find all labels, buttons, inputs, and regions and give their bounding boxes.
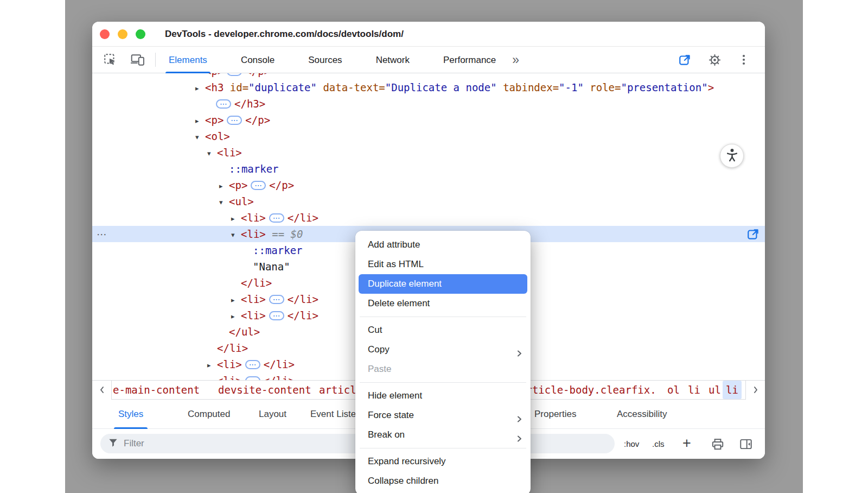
tab-properties[interactable]: Properties	[534, 400, 576, 429]
inline-expand-icon[interactable]: ⋯	[227, 116, 242, 125]
tree-row[interactable]: ⋯</h3>	[92, 96, 765, 112]
tab-console[interactable]: Console	[241, 47, 275, 73]
device-toolbar-icon[interactable]	[130, 53, 144, 67]
menu-item-collapse-children[interactable]: Collapse children	[359, 471, 527, 491]
sidebar-toggle-icon[interactable]	[739, 437, 753, 451]
printer-icon[interactable]	[711, 437, 725, 451]
toolbar-left-icons	[92, 53, 144, 67]
breadcrumb-scroll-right[interactable]	[745, 381, 765, 400]
breadcrumb-item[interactable]: ul	[709, 381, 721, 399]
collapse-arrow-icon[interactable]: ▾	[207, 146, 217, 162]
inline-expand-icon[interactable]: ⋯	[216, 99, 231, 109]
code-token: "duplicate"	[248, 81, 317, 93]
tab-network[interactable]: Network	[376, 47, 410, 73]
square-arrow-icon[interactable]	[678, 53, 692, 67]
breadcrumb-item[interactable]: article-body.clearfix.	[520, 381, 656, 399]
code-token: >	[708, 81, 714, 93]
inspect-icon[interactable]	[103, 53, 117, 67]
expand-arrow-icon[interactable]: ▸	[219, 178, 229, 194]
code-token: </li>	[264, 375, 295, 380]
menu-item-delete-element[interactable]: Delete element	[359, 294, 527, 313]
inline-expand-icon[interactable]: ⋯	[245, 360, 260, 369]
breadcrumb-item-selected[interactable]: li	[723, 381, 742, 399]
context-menu: Add attributeEdit as HTMLDuplicate eleme…	[355, 231, 531, 493]
expand-arrow-icon[interactable]: ▸	[231, 211, 241, 227]
code-token: </p>	[245, 73, 270, 77]
tree-row[interactable]: ▸<p>⋯</p>	[92, 112, 765, 128]
more-tabs-icon[interactable]: »	[512, 47, 519, 72]
tree-row[interactable]: <p>⋯</p>	[92, 73, 765, 79]
menu-item-edit-as-html[interactable]: Edit as HTML	[359, 255, 527, 274]
code-token: </li>	[288, 212, 318, 224]
tree-row[interactable]: ▸<li>⋯</li>	[92, 210, 765, 226]
tab-elements[interactable]: Elements	[169, 47, 207, 73]
code-token: </p>	[245, 114, 270, 126]
inline-expand-icon[interactable]: ⋯	[269, 213, 284, 223]
class-toggle[interactable]: .cls	[652, 429, 665, 459]
menu-item-copy[interactable]: Copy	[359, 340, 527, 359]
funnel-icon	[108, 438, 118, 450]
code-token: <li>	[241, 212, 266, 224]
tab-styles[interactable]: Styles	[118, 400, 143, 429]
gear-icon[interactable]	[707, 53, 722, 67]
square-arrow-icon[interactable]	[746, 227, 761, 241]
breadcrumb-item[interactable]: devsite-content	[218, 381, 311, 399]
accessibility-button[interactable]	[720, 144, 744, 168]
menu-item-hide-element[interactable]: Hide element	[359, 386, 527, 406]
tab-accessibility[interactable]: Accessibility	[617, 400, 667, 429]
main-toolbar: ElementsConsoleSourcesNetworkPerformance…	[92, 47, 765, 73]
tab-layout[interactable]: Layout	[259, 400, 286, 429]
code-token: <ul>	[229, 195, 254, 207]
menu-item-duplicate-element[interactable]: Duplicate element	[359, 274, 527, 294]
breadcrumb-scroll-left[interactable]	[92, 381, 112, 400]
row-options-icon[interactable]: ⋯	[97, 226, 107, 242]
toolbar-right-icons	[678, 53, 765, 67]
menu-item-expand-recursively[interactable]: Expand recursively	[359, 452, 527, 471]
chevron-right-icon	[752, 384, 759, 396]
menu-item-break-on[interactable]: Break on	[359, 425, 527, 445]
pseudo-state-toggle[interactable]: :hov	[624, 429, 639, 459]
tab-sources[interactable]: Sources	[308, 47, 342, 73]
submenu-chevron-icon	[516, 345, 522, 354]
tree-row[interactable]: ▾<ul>	[92, 193, 765, 210]
tree-row[interactable]: ::marker	[92, 161, 765, 177]
collapse-arrow-icon[interactable]: ▾	[195, 129, 205, 146]
menu-separator	[360, 448, 526, 448]
tree-row[interactable]: ▾<li>	[92, 144, 765, 161]
tab-performance[interactable]: Performance	[443, 47, 496, 73]
inline-expand-icon[interactable]: ⋯	[269, 311, 284, 320]
minimize-button[interactable]	[118, 29, 127, 39]
expand-arrow-icon[interactable]: ▸	[207, 374, 217, 381]
tree-row[interactable]: ▸<h3 id="duplicate" data-text="Duplicate…	[92, 79, 765, 96]
expand-arrow-icon[interactable]: ▸	[231, 292, 241, 308]
menu-item-add-attribute[interactable]: Add attribute	[359, 235, 527, 255]
expand-arrow-icon[interactable]: ▸	[207, 357, 217, 374]
breadcrumb-item[interactable]: li	[688, 381, 700, 399]
tree-row[interactable]: ▾<ol>	[92, 128, 765, 144]
breadcrumb-item[interactable]: e-main-content	[113, 381, 200, 399]
code-token: <li>	[217, 358, 242, 370]
tree-row[interactable]: ▸<p>⋯</p>	[92, 177, 765, 193]
code-token: "-1"	[559, 81, 584, 93]
inline-expand-icon[interactable]: ⋯	[269, 295, 284, 304]
inline-expand-icon[interactable]: ⋯	[227, 73, 242, 76]
kebab-menu-icon[interactable]	[737, 53, 751, 67]
expand-arrow-icon[interactable]: ▸	[231, 308, 241, 325]
window-controls	[100, 29, 145, 39]
expand-arrow-icon[interactable]: ▸	[195, 80, 205, 97]
zoom-button[interactable]	[136, 29, 145, 39]
collapse-arrow-icon[interactable]: ▾	[219, 194, 229, 211]
inline-expand-icon[interactable]: ⋯	[251, 181, 266, 190]
close-button[interactable]	[100, 29, 110, 39]
menu-item-force-state[interactable]: Force state	[359, 406, 527, 425]
code-token: id=	[224, 81, 248, 93]
menu-item-cut[interactable]: Cut	[359, 320, 527, 340]
expand-arrow-icon[interactable]: ▸	[195, 113, 205, 129]
code-token: ==	[266, 228, 291, 240]
new-style-rule-button[interactable]: +	[682, 429, 691, 457]
collapse-arrow-icon[interactable]: ▾	[231, 227, 241, 243]
tab-computed[interactable]: Computed	[188, 400, 230, 429]
inline-expand-icon[interactable]: ⋯	[245, 376, 260, 381]
breadcrumb-item[interactable]: ol	[667, 381, 680, 399]
menu-separator	[360, 317, 526, 317]
